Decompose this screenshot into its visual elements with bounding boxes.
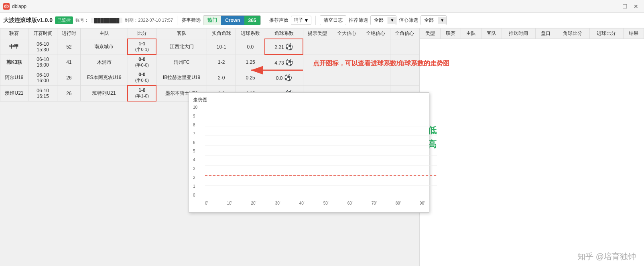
account-label: 账号： — [75, 17, 89, 23]
rcol-away: 客队 — [481, 28, 502, 39]
close-button[interactable]: ✕ — [631, 2, 641, 10]
score-cell: 1-1(半0-1) — [128, 39, 156, 55]
real-corners-cell: 2-0 — [207, 70, 236, 86]
league-cell: 韩K3联 — [0, 55, 28, 70]
progress-cell: 26 — [57, 70, 81, 86]
watermark: 知乎 @培育独钟 — [577, 251, 636, 262]
corner-coeff-cell: 2.21 ⚽ — [265, 39, 303, 55]
rcol-push-time: 推送时间 — [502, 28, 535, 39]
home-cell: 班特列U21 — [81, 85, 128, 101]
chart-icon[interactable]: ⚽ — [285, 43, 293, 50]
sound-select[interactable]: 哨子 ▼ — [291, 16, 312, 25]
y-label-2: 2 — [193, 175, 204, 180]
y-label-5: 5 — [193, 149, 204, 153]
y-label-6: 6 — [193, 140, 204, 145]
x-label-0: 0' — [205, 201, 208, 205]
right-table: 类型 联赛 主队 客队 推送时间 盘口 角球比分 进球比分 结果 — [420, 28, 644, 39]
y-axis: 10 9 8 7 6 5 4 3 2 1 0 — [193, 105, 204, 197]
hint-type-cell — [303, 39, 332, 55]
x-label-60: 60' — [347, 201, 353, 205]
recommend-filter-value[interactable]: 全部 — [371, 16, 387, 25]
chart-icon[interactable]: ⚽ — [284, 74, 292, 81]
rcol-type: 类型 — [420, 28, 441, 39]
filter-365-button[interactable]: 365 — [244, 16, 260, 25]
col-score: 比分 — [128, 28, 156, 39]
full-abs-confidence-cell — [361, 55, 390, 70]
minimize-button[interactable]: — — [609, 2, 618, 10]
x-label-50: 50' — [323, 201, 329, 205]
col-progress: 进行时 — [57, 28, 81, 39]
x-label-80: 80' — [396, 201, 401, 205]
y-label-3: 3 — [193, 167, 204, 171]
full-corner-confidence-cell — [390, 70, 419, 86]
col-hint-type: 提示类型 — [303, 28, 332, 39]
home-cell: 南京城市 — [81, 39, 128, 55]
chart-svg — [205, 105, 437, 205]
rcol-home: 主队 — [461, 28, 481, 39]
start-time-cell: 06-1015:30 — [28, 39, 57, 55]
league-cell: 中甲 — [0, 39, 28, 55]
confidence-filter-dropdown: 全部 ▼ — [421, 15, 447, 25]
right-panel: 类型 联赛 主队 客队 推送时间 盘口 角球比分 进球比分 结果 — [419, 28, 644, 266]
filter-button-group: 热门 Crown 365 — [203, 15, 260, 25]
away-cell: IB拉赫达里亚U19 — [156, 70, 207, 86]
col-away: 客队 — [156, 28, 207, 39]
col-start-time: 开赛时间 — [28, 28, 57, 39]
sound-arrow-icon: ▼ — [304, 18, 309, 23]
col-home: 主队 — [81, 28, 128, 39]
col-full-corner-confidence: 全角信心 — [390, 28, 419, 39]
filter-hot-button[interactable]: 热门 — [203, 16, 221, 25]
x-label-70: 70' — [372, 201, 377, 205]
separator2 — [265, 16, 265, 25]
y-label-9: 9 — [193, 114, 204, 118]
x-label-40: 40' — [299, 201, 305, 205]
separator3 — [315, 16, 316, 25]
status-badge: 已监控 — [55, 16, 73, 24]
x-axis: 0' 10' 20' 30' 40' 50' 60' 70' 80' 90' — [205, 201, 425, 205]
col-league: 联赛 — [0, 28, 28, 39]
y-label-0: 0 — [193, 193, 204, 197]
progress-cell: 52 — [57, 39, 81, 55]
y-label-4: 4 — [193, 158, 204, 162]
rcol-result: 结果 — [623, 28, 644, 39]
full-abs-confidence-cell — [361, 70, 390, 86]
data-table: 联赛 开赛时间 进行时 主队 比分 客队 实角角球 进球系数 角球系数 提示类型… — [0, 28, 419, 102]
corner-coeff-cell: 4.73 ⚽ — [265, 55, 303, 70]
chart-icon[interactable]: ⚽ — [285, 59, 293, 66]
goal-coeff-cell: 1.25 — [236, 55, 265, 70]
confidence-filter-value[interactable]: 全部 — [421, 16, 437, 25]
app-title: 大波连滚球版v1.0.0 — [3, 17, 53, 24]
table-row: 阿尔U19 06-1016:00 26 ES本阿克农U19 0-0(半0-0) … — [0, 70, 419, 86]
separator — [177, 16, 177, 25]
confidence-filter-arrow-icon[interactable]: ▼ — [438, 17, 446, 24]
recommend-filter-dropdown: 全部 ▼ — [370, 15, 396, 25]
confidence-filter-label: 信心筛选 — [399, 17, 418, 24]
col-full-confidence: 全大信心 — [332, 28, 361, 39]
table-row: 韩K3联 06-1016:00 41 木浦市 0-0(半0-0) 渭州FC 1-… — [0, 55, 419, 70]
league-cell: 阿尔U19 — [0, 70, 28, 86]
maximize-button[interactable]: ☐ — [620, 2, 630, 10]
start-time-cell: 06-1016:15 — [28, 85, 57, 101]
title-bar: db dblapp — ☐ ✕ — [0, 0, 644, 13]
progress-cell: 41 — [57, 55, 81, 70]
start-time-cell: 06-1016:00 — [28, 70, 57, 86]
y-label-7: 7 — [193, 132, 204, 136]
full-abs-confidence-cell — [361, 39, 390, 55]
goal-coeff-cell: 0.25 — [236, 70, 265, 86]
x-label-10: 10' — [227, 201, 232, 205]
y-label-1: 1 — [193, 184, 204, 189]
full-corner-confidence-cell — [390, 39, 419, 55]
home-cell: 木浦市 — [81, 55, 128, 70]
right-header-row: 类型 联赛 主队 客队 推送时间 盘口 角球比分 进球比分 结果 — [420, 28, 644, 39]
full-corner-confidence-cell — [390, 55, 419, 70]
corner-coeff-cell: 0.0 ⚽ — [265, 70, 303, 86]
filter-crown-button[interactable]: Crown — [221, 16, 244, 25]
hint-type-cell — [303, 70, 332, 86]
score-cell: 1-0(半1-0) — [128, 85, 156, 101]
col-full-abs-confidence: 全绝信心 — [361, 28, 390, 39]
start-time-cell: 06-1016:00 — [28, 55, 57, 70]
recommend-filter-arrow-icon[interactable]: ▼ — [388, 17, 396, 24]
score-cell: 0-0(半0-0) — [128, 55, 156, 70]
clear-log-button[interactable]: 清空日志 — [320, 15, 346, 25]
y-label-8: 8 — [193, 123, 204, 127]
